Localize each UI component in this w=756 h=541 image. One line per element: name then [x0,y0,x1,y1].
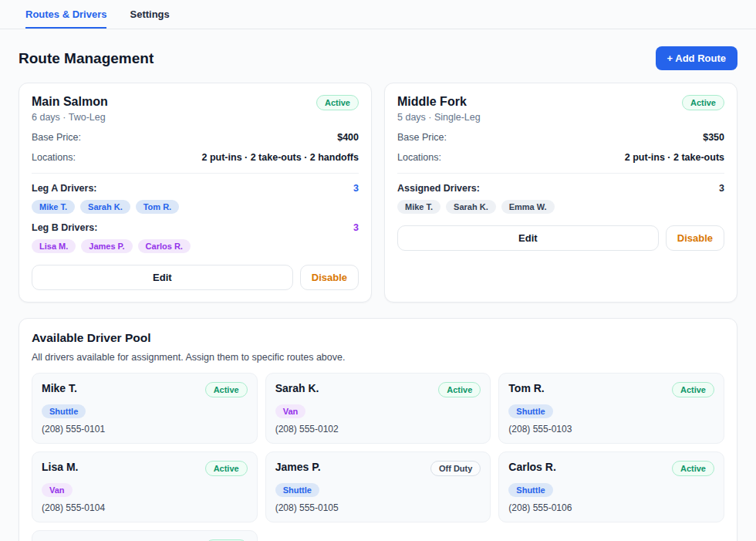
driver-phone: (208) 555-0104 [42,502,248,513]
driver-group-count: 3 [353,183,359,194]
route-name: Main Salmon [32,95,108,109]
route-subtitle: 6 days · Two-Leg [32,112,108,123]
tab-routes-and-drivers[interactable]: Routes & Drivers [25,0,106,29]
locations-value: 2 put-ins · 2 take-outs · 2 handoffs [202,152,359,163]
driver-group: Assigned Drivers:3Mike T.Sarah K.Emma W. [397,183,724,214]
vehicle-chip: Van [42,483,73,497]
disable-route-button[interactable]: Disable [666,225,724,251]
route-status-badge: Active [682,95,724,110]
driver-name: Mike T. [42,382,77,394]
base-price-value: $350 [703,132,724,143]
divider [32,173,359,174]
driver-card: Lisa M. Active Van (208) 555-0104 [32,451,258,522]
driver-name: Lisa M. [42,461,78,473]
edit-route-button[interactable]: Edit [397,225,659,251]
driver-pool-title: Available Driver Pool [32,331,724,345]
driver-status-badge: Active [672,461,714,476]
add-route-button[interactable]: + Add Route [656,46,737,70]
driver-card: Sarah K. Active Van (208) 555-0102 [265,373,491,444]
edit-route-button[interactable]: Edit [32,265,293,290]
driver-status-badge: Active [205,382,248,397]
driver-card: Tom R. Active Shuttle (208) 555-0103 [498,373,724,444]
vehicle-chip: Van [275,404,306,418]
assigned-driver-chip: Sarah K. [80,200,130,214]
driver-name: James P. [275,461,321,473]
driver-status-badge: Off Duty [430,461,481,476]
driver-name: Tom R. [508,382,544,394]
assigned-driver-chip: Emma W. [501,200,555,214]
driver-grid: Mike T. Active Shuttle (208) 555-0101 Sa… [32,373,724,541]
driver-card: Carlos R. Active Shuttle (208) 555-0106 [498,451,724,522]
driver-phone: (208) 555-0103 [508,424,714,434]
route-status-badge: Active [316,95,359,110]
driver-pool-description: All drivers available for assignment. As… [32,352,724,363]
driver-card: Emma W. Active Van (208) 555-0107 [32,530,258,541]
driver-phone: (208) 555-0102 [275,424,481,434]
vehicle-chip: Shuttle [508,404,552,418]
vehicle-chip: Shuttle [508,483,552,497]
assigned-driver-chip: Sarah K. [446,200,496,214]
driver-status-badge: Active [438,382,481,397]
disable-route-button[interactable]: Disable [300,265,359,290]
assigned-driver-chip: James P. [81,239,132,253]
divider [397,173,724,174]
page-header: Route Management + Add Route [19,46,737,70]
driver-group-count: 3 [719,183,724,194]
vehicle-chip: Shuttle [275,483,319,497]
assigned-driver-chip: Lisa M. [32,239,76,253]
driver-group: Leg B Drivers:3Lisa M.James P.Carlos R. [32,222,359,253]
driver-card: James P. Off Duty Shuttle (208) 555-0105 [265,451,491,522]
assigned-driver-chip: Carlos R. [138,239,191,253]
assigned-driver-chip: Mike T. [397,200,440,214]
driver-group-label: Assigned Drivers: [397,183,480,194]
route-subtitle: 5 days · Single-Leg [397,112,481,123]
assigned-driver-chip: Tom R. [136,200,179,214]
route-driver-groups: Leg A Drivers:3Mike T.Sarah K.Tom R.Leg … [32,174,359,253]
locations-value: 2 put-ins · 2 take-outs [625,152,724,163]
driver-group-label: Leg B Drivers: [32,222,97,233]
tab-settings[interactable]: Settings [130,0,169,29]
base-price-label: Base Price: [32,132,81,143]
route-card: Middle Fork 5 days · Single-Leg Active B… [384,83,737,303]
assigned-driver-chip: Mike T. [32,200,75,214]
driver-phone: (208) 555-0106 [508,502,714,513]
driver-card: Mike T. Active Shuttle (208) 555-0101 [32,373,258,444]
driver-phone: (208) 555-0101 [42,424,248,434]
tab-bar: Routes & Drivers Settings [0,0,756,29]
driver-group-count: 3 [353,222,359,233]
driver-name: Sarah K. [275,382,319,394]
driver-pool-card: Available Driver Pool All drivers availa… [19,318,737,541]
locations-label: Locations: [397,152,441,163]
page-content: Route Management + Add Route Main Salmon… [0,29,756,541]
driver-phone: (208) 555-0105 [275,502,481,513]
route-name: Middle Fork [397,95,481,109]
base-price-label: Base Price: [397,132,447,143]
base-price-value: $400 [337,132,359,143]
route-driver-groups: Assigned Drivers:3Mike T.Sarah K.Emma W. [397,174,724,214]
driver-group: Leg A Drivers:3Mike T.Sarah K.Tom R. [32,183,359,214]
locations-label: Locations: [32,152,76,163]
route-card: Main Salmon 6 days · Two-Leg Active Base… [19,83,372,303]
driver-group-label: Leg A Drivers: [32,183,97,194]
routes-row: Main Salmon 6 days · Two-Leg Active Base… [19,83,737,303]
page-title: Route Management [19,50,154,67]
driver-name: Carlos R. [508,461,555,473]
vehicle-chip: Shuttle [42,404,86,418]
driver-status-badge: Active [205,461,248,476]
driver-status-badge: Active [672,382,714,397]
